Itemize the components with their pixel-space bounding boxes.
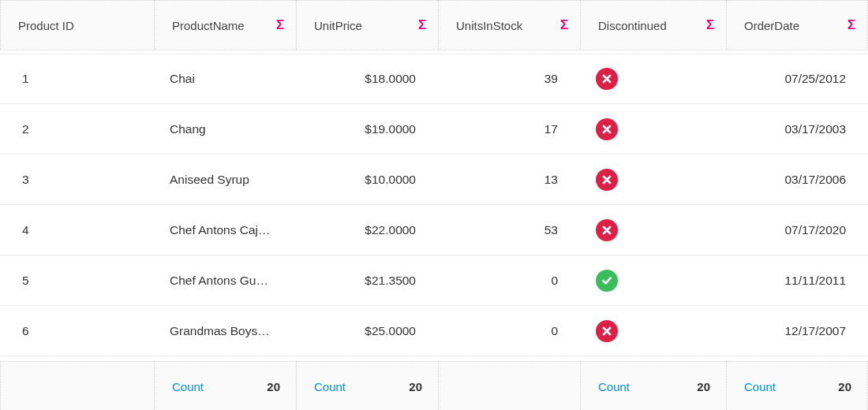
cell-value: 5 bbox=[22, 274, 29, 288]
summary-cell-units-in-stock bbox=[438, 361, 580, 410]
cell-value: Chef Antons Gu… bbox=[170, 274, 268, 288]
cell-units-in-stock: 17 bbox=[438, 104, 580, 154]
cell-product-name: Chang bbox=[154, 104, 296, 154]
column-header-units-in-stock[interactable]: UnitsInStock Σ bbox=[438, 0, 580, 50]
cell-order-date: 11/11/2011 bbox=[726, 255, 868, 305]
cell-product-id: 5 bbox=[0, 255, 154, 305]
sigma-icon[interactable]: Σ bbox=[548, 17, 580, 33]
cell-units-in-stock: 39 bbox=[438, 54, 580, 103]
cell-value: $18.0000 bbox=[365, 72, 416, 86]
summary-label[interactable]: Count bbox=[598, 380, 630, 393]
cell-value: 07/17/2020 bbox=[784, 223, 846, 237]
cell-unit-price: $10.0000 bbox=[296, 155, 438, 204]
table-row[interactable]: 6Grandmas Boys…$25.0000012/17/2007 bbox=[0, 306, 868, 356]
cell-unit-price: $19.0000 bbox=[296, 104, 438, 154]
cell-value: 0 bbox=[551, 274, 558, 288]
cell-product-id: 3 bbox=[0, 155, 154, 204]
summary-value: 20 bbox=[838, 380, 851, 393]
x-circle-icon bbox=[596, 68, 618, 90]
cell-product-id: 6 bbox=[0, 306, 154, 356]
table-row[interactable]: 1Chai$18.00003907/25/2012 bbox=[0, 54, 868, 104]
summary-value: 20 bbox=[267, 380, 280, 393]
sigma-icon[interactable]: Σ bbox=[406, 17, 438, 33]
cell-order-date: 12/17/2007 bbox=[726, 306, 868, 356]
check-circle-icon bbox=[596, 270, 618, 292]
summary-cell-unit-price[interactable]: Count 20 bbox=[296, 361, 438, 410]
x-circle-icon bbox=[596, 320, 618, 342]
x-circle-icon bbox=[596, 219, 618, 241]
cell-order-date: 03/17/2003 bbox=[726, 104, 868, 154]
cell-value: 3 bbox=[22, 173, 29, 187]
cell-value: 13 bbox=[544, 173, 558, 187]
summary-label[interactable]: Count bbox=[172, 380, 204, 393]
cell-value: Grandmas Boys… bbox=[170, 324, 270, 338]
cell-value: Chai bbox=[170, 72, 195, 86]
cell-value: $10.0000 bbox=[365, 173, 416, 187]
cell-product-name: Chef Antons Gu… bbox=[154, 255, 296, 305]
grid-footer-row: Count 20 Count 20 Count 20 Count 20 bbox=[0, 361, 868, 410]
cell-value: 03/17/2006 bbox=[784, 173, 846, 187]
cell-value: 0 bbox=[551, 324, 558, 338]
cell-unit-price: $21.3500 bbox=[296, 255, 438, 305]
cell-units-in-stock: 13 bbox=[438, 155, 580, 204]
column-header-order-date[interactable]: OrderDate Σ bbox=[726, 0, 868, 50]
cell-product-id: 4 bbox=[0, 205, 154, 255]
cell-unit-price: $18.0000 bbox=[296, 54, 438, 103]
cell-discontinued bbox=[580, 104, 726, 154]
sigma-icon[interactable]: Σ bbox=[264, 17, 296, 33]
summary-label[interactable]: Count bbox=[744, 380, 776, 393]
summary-value: 20 bbox=[409, 380, 422, 393]
sigma-icon[interactable]: Σ bbox=[694, 17, 726, 33]
table-row[interactable]: 3Aniseed Syrup$10.00001303/17/2006 bbox=[0, 155, 868, 205]
table-row[interactable]: 2Chang$19.00001703/17/2003 bbox=[0, 104, 868, 155]
cell-value: $25.0000 bbox=[365, 324, 416, 338]
column-header-label: UnitPrice bbox=[297, 19, 406, 32]
column-header-product-name[interactable]: ProductName Σ bbox=[154, 0, 296, 50]
cell-order-date: 07/25/2012 bbox=[726, 54, 868, 103]
cell-product-id: 1 bbox=[0, 54, 154, 103]
cell-value: 39 bbox=[544, 72, 558, 86]
table-row[interactable]: 4Chef Antons Caj…$22.00005307/17/2020 bbox=[0, 205, 868, 255]
cell-order-date: 03/17/2006 bbox=[726, 155, 868, 204]
cell-value: 03/17/2003 bbox=[784, 122, 846, 136]
cell-discontinued bbox=[580, 306, 726, 356]
cell-value: Chef Antons Caj… bbox=[170, 223, 271, 237]
cell-units-in-stock: 0 bbox=[438, 306, 580, 356]
summary-cell-order-date[interactable]: Count 20 bbox=[726, 361, 868, 410]
table-row[interactable]: 5Chef Antons Gu…$21.3500011/11/2011 bbox=[0, 255, 868, 306]
summary-cell-product-id bbox=[0, 361, 154, 410]
summary-label[interactable]: Count bbox=[314, 380, 346, 393]
cell-value: Chang bbox=[170, 122, 206, 136]
cell-discontinued bbox=[580, 155, 726, 204]
cell-value: 2 bbox=[22, 122, 29, 136]
cell-unit-price: $22.0000 bbox=[296, 205, 438, 255]
x-circle-icon bbox=[596, 118, 618, 140]
cell-unit-price: $25.0000 bbox=[296, 306, 438, 356]
cell-units-in-stock: 0 bbox=[438, 255, 580, 305]
summary-cell-product-name[interactable]: Count 20 bbox=[154, 361, 296, 410]
cell-discontinued bbox=[580, 255, 726, 305]
cell-value: 17 bbox=[544, 122, 558, 136]
cell-value: Aniseed Syrup bbox=[170, 173, 249, 187]
data-grid: Product ID ProductName Σ UnitPrice Σ Uni… bbox=[0, 0, 868, 410]
column-header-label: UnitsInStock bbox=[439, 19, 548, 32]
cell-value: 07/25/2012 bbox=[784, 72, 846, 86]
summary-cell-discontinued[interactable]: Count 20 bbox=[580, 361, 726, 410]
cell-product-id: 2 bbox=[0, 104, 154, 154]
cell-order-date: 07/17/2020 bbox=[726, 205, 868, 255]
cell-discontinued bbox=[580, 205, 726, 255]
cell-value: $22.0000 bbox=[365, 223, 416, 237]
cell-value: 4 bbox=[22, 223, 29, 237]
column-header-unit-price[interactable]: UnitPrice Σ bbox=[296, 0, 438, 50]
grid-body: 1Chai$18.00003907/25/20122Chang$19.00001… bbox=[0, 54, 868, 356]
column-header-product-id[interactable]: Product ID bbox=[0, 0, 154, 50]
grid-header-row: Product ID ProductName Σ UnitPrice Σ Uni… bbox=[0, 0, 868, 50]
sigma-icon[interactable]: Σ bbox=[836, 17, 867, 33]
column-header-label: Discontinued bbox=[581, 19, 694, 32]
column-header-discontinued[interactable]: Discontinued Σ bbox=[580, 0, 726, 50]
cell-value: $19.0000 bbox=[365, 122, 416, 136]
cell-value: 12/17/2007 bbox=[784, 324, 846, 338]
cell-value: 1 bbox=[22, 72, 29, 86]
cell-product-name: Chai bbox=[154, 54, 296, 103]
column-header-label: ProductName bbox=[155, 19, 264, 32]
